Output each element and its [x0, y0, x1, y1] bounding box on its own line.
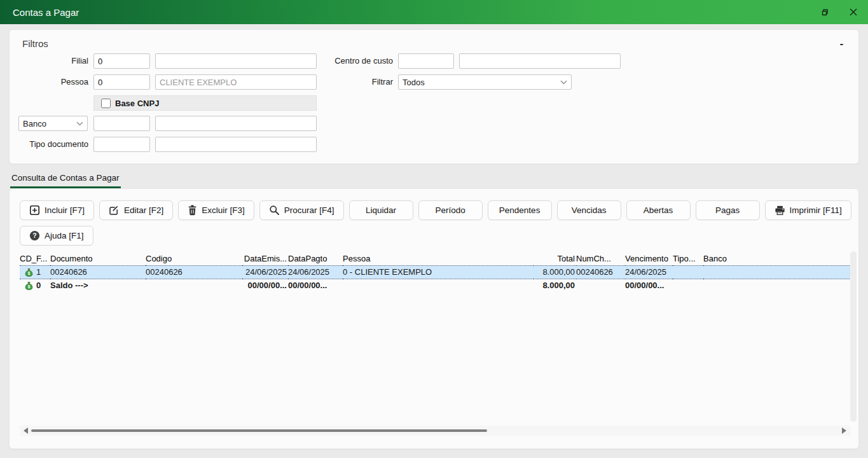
centro-custo-code-input[interactable] — [398, 53, 454, 69]
window-controls — [809, 0, 868, 24]
tab-strip: Consulta de Contas a Pagar — [10, 172, 121, 188]
col-header-banco[interactable]: Banco — [703, 253, 851, 265]
excluir-button[interactable]: Excluir [F3] — [178, 200, 254, 220]
banco-name-input[interactable] — [155, 116, 317, 131]
horizontal-scrollbar[interactable] — [20, 426, 851, 436]
toolbar-row-2: ? Ajuda [F1] — [20, 226, 93, 246]
ajuda-button[interactable]: ? Ajuda [F1] — [20, 226, 93, 246]
col-header-cd[interactable]: CD_F... — [20, 253, 50, 265]
banco-code-input[interactable] — [93, 116, 150, 131]
pagas-button[interactable]: Pagas — [696, 200, 760, 220]
chevron-down-icon — [76, 121, 83, 126]
restore-button[interactable] — [809, 0, 839, 24]
cell-num-ch: 00240626 — [576, 265, 625, 279]
vencidas-button[interactable]: Vencidas — [557, 200, 621, 220]
tipo-documento-code-input[interactable] — [93, 137, 150, 152]
filters-panel: Filtros - Filial Centro de custo Pessoa … — [9, 29, 859, 164]
cell-num-ch — [576, 279, 625, 292]
cell-data-pagto: 00/00/00... — [288, 279, 343, 292]
col-header-codigo[interactable]: Codigo — [146, 253, 242, 265]
help-icon: ? — [29, 230, 40, 241]
col-header-tipo[interactable]: Tipo... — [673, 253, 703, 265]
cell-banco — [703, 279, 851, 292]
filtrar-value: Todos — [403, 78, 425, 87]
cell-documento: 00240626 — [50, 265, 146, 279]
table-row-saldo[interactable]: $0 Saldo ---> 00/00/00... 00/00/00... 8.… — [20, 279, 851, 292]
cell-data-pagto: 24/06/2025 — [288, 265, 343, 279]
col-header-num-ch[interactable]: NumCh... — [576, 253, 625, 265]
base-cnpj-checkbox[interactable] — [101, 99, 111, 108]
base-cnpj-row: Base CNPJ — [93, 95, 317, 111]
tab-consulta-contas-a-pagar[interactable]: Consulta de Contas a Pagar — [10, 173, 121, 188]
tipo-documento-label: Tipo documento — [10, 137, 88, 152]
tipo-documento-name-input[interactable] — [155, 137, 317, 152]
cell-codigo: 00240626 — [146, 265, 242, 279]
procurar-button[interactable]: Procurar [F4] — [259, 200, 344, 220]
svg-text:?: ? — [32, 232, 36, 239]
toolbar-row-1: Incluir [F7] Editar [F2] Excluir [F3] Pr… — [20, 200, 851, 220]
cell-tipo — [673, 265, 703, 279]
cell-tipo — [673, 279, 703, 292]
results-panel: Incluir [F7] Editar [F2] Excluir [F3] Pr… — [9, 188, 859, 449]
imprimir-button[interactable]: Imprimir [F11] — [765, 200, 851, 220]
pendentes-button[interactable]: Pendentes — [488, 200, 552, 220]
app-window: Contas a Pagar Filtros - Filial Centro d… — [0, 0, 868, 458]
col-header-data-pagto[interactable]: DataPagto — [288, 253, 343, 265]
cell-cd: 0 — [36, 281, 41, 290]
contas-table: CD_F... Documento Codigo DataEmis... Dat… — [20, 253, 851, 292]
cell-pessoa: 0 - CLIENTE EXEMPLO — [343, 265, 534, 279]
banco-dropdown-value: Banco — [23, 119, 46, 128]
filtrar-label: Filtrar — [277, 74, 393, 90]
base-cnpj-label: Base CNPJ — [115, 99, 159, 108]
cell-cd: 1 — [36, 267, 41, 277]
pessoa-code-input[interactable] — [93, 74, 150, 90]
col-header-documento[interactable]: Documento — [50, 253, 146, 265]
cell-total: 8.000,00 — [534, 279, 576, 292]
hscroll-thumb[interactable] — [31, 429, 487, 432]
periodo-button[interactable]: Período — [418, 200, 483, 220]
cell-vencimento: 00/00/00... — [625, 279, 673, 292]
money-bag-icon: $ — [25, 268, 33, 277]
hscroll-right-arrow-icon[interactable] — [842, 427, 846, 434]
close-icon — [849, 8, 858, 17]
editar-button[interactable]: Editar [F2] — [99, 200, 173, 220]
svg-text:$: $ — [28, 271, 31, 276]
chevron-down-icon — [560, 80, 567, 85]
filial-code-input[interactable] — [93, 53, 150, 69]
window-title: Contas a Pagar — [13, 7, 79, 18]
cell-banco — [703, 265, 851, 279]
restore-icon — [820, 8, 829, 17]
col-header-pessoa[interactable]: Pessoa — [343, 253, 534, 265]
titlebar: Contas a Pagar — [0, 0, 868, 24]
collapse-filters-button[interactable]: - — [840, 39, 843, 49]
printer-icon — [775, 205, 785, 216]
col-header-vencimento[interactable]: Vencimento — [625, 253, 673, 265]
col-header-total[interactable]: Total — [534, 253, 576, 265]
centro-custo-name-input[interactable] — [459, 53, 621, 69]
vertical-scrollbar[interactable] — [850, 251, 857, 422]
table-row-selected[interactable]: $1 00240626 00240626 24/06/2025 24/06/20… — [20, 265, 851, 279]
incluir-button[interactable]: Incluir [F7] — [20, 200, 94, 220]
trash-icon — [188, 205, 197, 216]
filial-label: Filial — [10, 53, 88, 69]
cell-data-emis: 00/00/00... — [242, 279, 288, 292]
filters-title: Filtros — [22, 38, 48, 49]
hscroll-left-arrow-icon[interactable] — [24, 427, 28, 434]
search-icon — [269, 205, 280, 216]
close-button[interactable] — [839, 0, 868, 24]
banco-dropdown[interactable]: Banco — [18, 116, 88, 131]
edit-icon — [109, 205, 120, 216]
centro-custo-label: Centro de custo — [277, 53, 393, 69]
cell-pessoa — [343, 279, 534, 292]
liquidar-button[interactable]: Liquidar — [349, 200, 413, 220]
cell-data-emis: 24/06/2025 — [242, 265, 288, 279]
money-bag-icon: $ — [25, 281, 33, 290]
cell-documento: Saldo ---> — [50, 279, 146, 292]
cell-vencimento: 24/06/2025 — [625, 265, 673, 279]
cell-codigo — [146, 279, 242, 292]
table-header-row: CD_F... Documento Codigo DataEmis... Dat… — [20, 253, 851, 265]
filtrar-dropdown[interactable]: Todos — [398, 74, 572, 90]
col-header-data-emis[interactable]: DataEmis... — [242, 253, 288, 265]
abertas-button[interactable]: Abertas — [626, 200, 691, 220]
pessoa-label: Pessoa — [10, 74, 88, 90]
